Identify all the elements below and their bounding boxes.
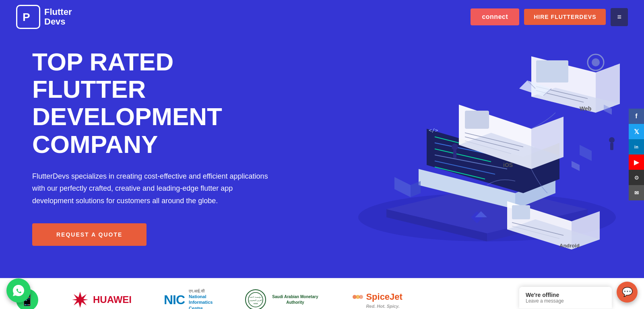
youtube-button[interactable]: ▶ bbox=[629, 154, 644, 170]
hero-section: P Flutter Devs connect HIRE FLUTTERDEVS … bbox=[0, 0, 644, 278]
svg-text:SAMA: SAMA bbox=[254, 303, 258, 305]
email-button[interactable]: ✉ bbox=[629, 185, 644, 200]
nic-hindi: एन.आई.सी bbox=[189, 288, 213, 294]
svg-text:مؤسسة النقد: مؤسسة النقد bbox=[250, 296, 262, 299]
chat-leave-message[interactable]: Leave a message bbox=[526, 298, 605, 304]
svg-text:Android: Android bbox=[559, 243, 580, 249]
nic-line1: National bbox=[189, 294, 213, 299]
request-quote-button[interactable]: REQUEST A QUOTE bbox=[32, 223, 147, 246]
client-spicejet: SpiceJet Red. Hot. Spicy. bbox=[351, 291, 402, 309]
nic-full-name: एन.आई.सी National Informatics Centre bbox=[189, 288, 213, 309]
logo-area[interactable]: P Flutter Devs bbox=[16, 5, 72, 29]
saudi-label: Saudi Arabian Monetary Authority bbox=[271, 294, 319, 305]
svg-rect-55 bbox=[610, 143, 613, 150]
svg-marker-40 bbox=[394, 177, 411, 197]
svg-point-44 bbox=[592, 58, 600, 66]
hero-description: FlutterDevs specializes in creating cost… bbox=[32, 170, 270, 207]
connect-button[interactable]: connect bbox=[471, 8, 519, 25]
whatsapp-button[interactable] bbox=[6, 278, 31, 303]
hire-button[interactable]: HIRE FLUTTERDEVS bbox=[524, 9, 606, 25]
logo-text: Flutter Devs bbox=[44, 7, 72, 27]
svg-point-64 bbox=[359, 295, 363, 299]
header-nav: connect HIRE FLUTTERDEVS ≡ bbox=[471, 8, 628, 26]
svg-marker-56 bbox=[72, 292, 88, 308]
svg-text:P: P bbox=[23, 11, 30, 23]
svg-marker-42 bbox=[580, 145, 592, 161]
twitter-button[interactable]: 𝕏 bbox=[629, 124, 644, 139]
svg-rect-29 bbox=[536, 60, 568, 82]
menu-button[interactable]: ≡ bbox=[611, 8, 628, 26]
svg-point-54 bbox=[609, 137, 615, 143]
logo-icon: P bbox=[16, 5, 40, 29]
svg-rect-21 bbox=[465, 111, 489, 129]
chat-bubble-icon: 💬 bbox=[622, 287, 633, 297]
logo-flutter: Flutter bbox=[44, 7, 72, 17]
client-saudi: مؤسسة النقد العربي السعودي SAMA Saudi Ar… bbox=[245, 289, 319, 309]
svg-text:</>: </> bbox=[429, 127, 438, 133]
svg-point-48 bbox=[452, 144, 458, 150]
svg-text:iOS: iOS bbox=[503, 162, 513, 168]
client-nic: NIC एन.आई.सी National Informatics Centre bbox=[164, 288, 213, 309]
nic-abbr: NIC bbox=[164, 293, 185, 307]
chat-header: We're offline Leave a message bbox=[519, 287, 612, 309]
chat-bubble-button[interactable]: 💬 bbox=[617, 282, 638, 303]
nic-line3: Centre bbox=[189, 305, 213, 309]
hero-illustration: </> </> iOS Web bbox=[346, 24, 628, 258]
hero-title: TOP RATED FLUTTER DEVELOPMENT COMPANY bbox=[32, 48, 270, 158]
svg-rect-36 bbox=[512, 205, 530, 219]
chat-offline-text: We're offline bbox=[526, 292, 605, 298]
svg-rect-49 bbox=[453, 150, 456, 158]
svg-text:Web: Web bbox=[580, 105, 591, 112]
nic-line2: Informatics bbox=[189, 299, 213, 305]
facebook-button[interactable]: f bbox=[629, 109, 644, 124]
header: P Flutter Devs connect HIRE FLUTTERDEVS … bbox=[0, 0, 644, 34]
linkedin-button[interactable]: in bbox=[629, 139, 644, 154]
svg-marker-50 bbox=[572, 161, 580, 171]
hero-content: TOP RATED FLUTTER DEVELOPMENT COMPANY Fl… bbox=[0, 0, 302, 278]
chat-widget: We're offline Leave a message bbox=[519, 287, 612, 309]
svg-text:العربي السعودي: العربي السعودي bbox=[249, 299, 262, 302]
huawei-label: HUAWEI bbox=[93, 294, 132, 305]
logo-devs: Devs bbox=[44, 17, 72, 27]
svg-marker-41 bbox=[411, 181, 421, 197]
spicejet-tagline: Red. Hot. Spicy. bbox=[366, 304, 399, 309]
social-sidebar: f 𝕏 in ▶ ⊙ ✉ bbox=[629, 109, 644, 200]
github-button[interactable]: ⊙ bbox=[629, 170, 644, 185]
spicejet-label: SpiceJet bbox=[366, 292, 402, 302]
client-huawei: HUAWEI bbox=[70, 290, 132, 309]
